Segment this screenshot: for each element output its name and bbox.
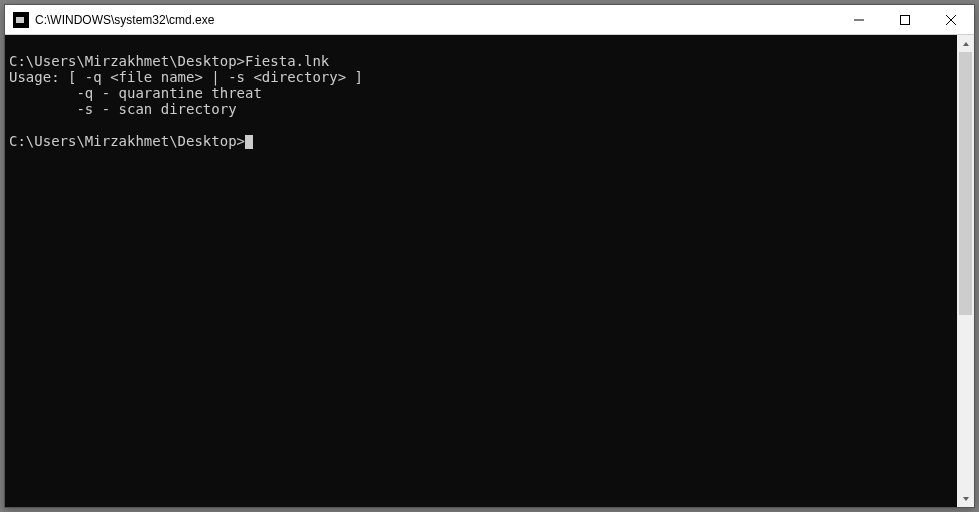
terminal-line <box>9 37 953 53</box>
terminal-line: Usage: [ -q <file name> | -s <directory>… <box>9 69 953 85</box>
client-area: C:\Users\Mirzakhmet\Desktop>Fiesta.lnkUs… <box>5 35 974 507</box>
minimize-button[interactable] <box>836 5 882 35</box>
terminal-line <box>9 117 953 133</box>
cmd-window: C:\WINDOWS\system32\cmd.exe C:\Users\Mir… <box>4 4 975 508</box>
window-title: C:\WINDOWS\system32\cmd.exe <box>35 13 214 27</box>
terminal-line: C:\Users\Mirzakhmet\Desktop>Fiesta.lnk <box>9 53 953 69</box>
close-button[interactable] <box>928 5 974 35</box>
svg-rect-1 <box>901 15 910 24</box>
terminal-output[interactable]: C:\Users\Mirzakhmet\Desktop>Fiesta.lnkUs… <box>5 35 957 507</box>
scroll-up-button[interactable] <box>957 35 974 52</box>
cmd-icon <box>13 12 29 28</box>
svg-marker-4 <box>963 42 969 46</box>
scrollbar-thumb[interactable] <box>959 52 972 315</box>
maximize-icon <box>900 15 910 25</box>
chevron-down-icon <box>962 495 970 503</box>
vertical-scrollbar[interactable] <box>957 35 974 507</box>
terminal-cursor <box>245 135 253 149</box>
maximize-button[interactable] <box>882 5 928 35</box>
terminal-line: -q - quarantine threat <box>9 85 953 101</box>
scroll-down-button[interactable] <box>957 490 974 507</box>
scrollbar-track[interactable] <box>957 52 974 490</box>
svg-marker-5 <box>963 497 969 501</box>
titlebar[interactable]: C:\WINDOWS\system32\cmd.exe <box>5 5 974 35</box>
chevron-up-icon <box>962 40 970 48</box>
close-icon <box>946 15 956 25</box>
terminal-line: C:\Users\Mirzakhmet\Desktop> <box>9 133 953 149</box>
minimize-icon <box>854 15 864 25</box>
terminal-line: -s - scan directory <box>9 101 953 117</box>
